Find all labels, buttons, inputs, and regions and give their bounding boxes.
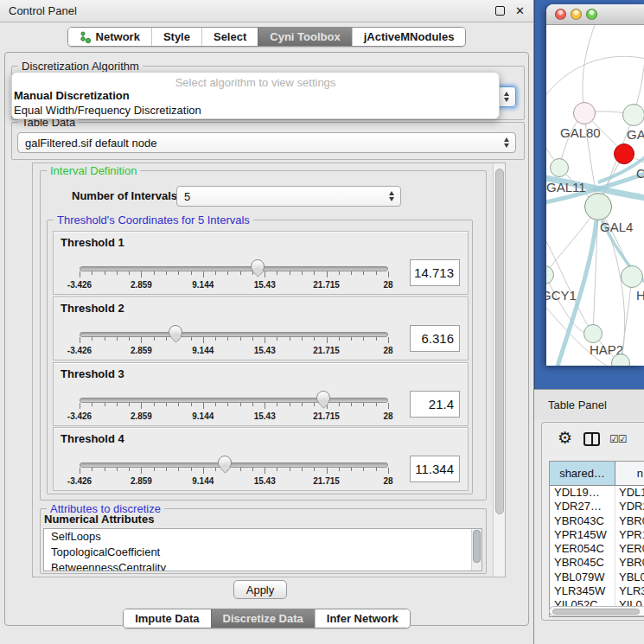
- scrollbar-thumb[interactable]: [495, 169, 504, 514]
- tick-mark: [178, 271, 179, 275]
- tick-mark: [154, 468, 155, 471]
- tick-mark: [339, 403, 340, 406]
- cell-name: YER0: [615, 542, 644, 556]
- tab-select[interactable]: Select: [201, 28, 258, 46]
- threshold-value-field[interactable]: 11.344: [410, 456, 460, 482]
- network-node-c[interactable]: [614, 143, 634, 164]
- table-row[interactable]: YER054CYER0: [550, 542, 644, 556]
- algorithm-prompt: Select algorithm to view settings: [12, 76, 499, 89]
- tick-mark: [314, 271, 315, 275]
- tab-impute-data[interactable]: Impute Data: [124, 609, 210, 628]
- table-row[interactable]: YBR045CYBR0: [550, 556, 644, 570]
- interval-definition-label: Interval Definition: [47, 164, 140, 177]
- cell-shared-name: YBL079W: [550, 571, 615, 584]
- network-node-gal4[interactable]: [584, 193, 612, 220]
- numerical-attributes-list[interactable]: SelfLoopsTopologicalCoefficientBetweenne…: [43, 528, 482, 571]
- apply-button[interactable]: Apply: [233, 580, 287, 599]
- tick-mark: [388, 271, 389, 277]
- split-columns-icon[interactable]: [583, 432, 600, 446]
- network-node-gal80[interactable]: [573, 102, 596, 124]
- threshold-label: Threshold 3: [61, 367, 124, 380]
- cyni-mode-tabs: Impute DataDiscretize DataInfer Network: [123, 609, 411, 628]
- table-row[interactable]: YDR27…YDR2: [550, 500, 644, 513]
- slider-track[interactable]: [80, 462, 388, 468]
- slider-track[interactable]: [80, 266, 388, 271]
- tick-mark: [339, 271, 340, 275]
- network-node-hap2[interactable]: [583, 324, 603, 343]
- table-row[interactable]: YBR043CYBR0: [550, 514, 644, 528]
- network-node-gal11[interactable]: [550, 158, 569, 177]
- tick-mark: [351, 271, 352, 275]
- top-tab-strip: NetworkStyleSelectCyni ToolboxjActiveMNo…: [0, 27, 533, 47]
- network-node-ga[interactable]: [622, 104, 644, 126]
- settings-scrollbar[interactable]: [493, 163, 505, 577]
- gear-icon[interactable]: ⚙: [558, 430, 572, 446]
- algorithm-option-manual-discretization[interactable]: Manual Discretization: [14, 89, 130, 102]
- cell-shared-name: YBR043C: [550, 514, 615, 528]
- slider-thumb[interactable]: [169, 325, 182, 338]
- tick-mark: [105, 468, 105, 471]
- network-canvas[interactable]: GAL80GACGAL11GAL4GCY1HHAP2: [546, 25, 644, 366]
- attributes-scrollbar[interactable]: [471, 529, 481, 571]
- float-window-icon[interactable]: [495, 6, 505, 16]
- attributes-group: Attributes to discretize Numerical Attri…: [40, 508, 487, 574]
- tick-mark: [339, 337, 340, 341]
- table-data-select[interactable]: galFiltered.sif default node: [17, 132, 516, 153]
- close-button[interactable]: [555, 9, 566, 20]
- table-row[interactable]: YBL079WYBL0: [550, 571, 644, 584]
- zoom-button[interactable]: [586, 9, 597, 20]
- tab-style[interactable]: Style: [151, 28, 201, 46]
- axis-tick-label: 15.43: [254, 346, 276, 355]
- close-icon[interactable]: ✕: [515, 5, 525, 16]
- tick-mark: [388, 337, 389, 343]
- tab-network[interactable]: Network: [68, 28, 151, 46]
- number-of-intervals-select[interactable]: 5: [176, 186, 401, 207]
- tab-discretize-data[interactable]: Discretize Data: [211, 609, 315, 628]
- algorithm-dropdown-popup: Select algorithm to view settings Manual…: [11, 72, 500, 119]
- column-header-name[interactable]: n: [615, 462, 644, 485]
- slider-thumb[interactable]: [316, 391, 330, 404]
- attribute-item[interactable]: BetweennessCentrality: [44, 560, 481, 571]
- threshold-value-field[interactable]: 21.4: [410, 391, 460, 418]
- attribute-item[interactable]: SelfLoops: [44, 529, 481, 545]
- attribute-item[interactable]: TopologicalCoefficient: [44, 545, 481, 560]
- tab-label: Impute Data: [135, 612, 199, 625]
- tick-mark: [215, 271, 216, 275]
- scrollbar-thumb[interactable]: [552, 609, 640, 615]
- tab-cyni-toolbox[interactable]: Cyni Toolbox: [258, 28, 351, 46]
- network-node-h[interactable]: [621, 265, 643, 288]
- tick-mark: [327, 337, 328, 343]
- slider-track[interactable]: [80, 398, 388, 403]
- slider-track[interactable]: [80, 332, 388, 337]
- node-label: GAL4: [600, 220, 633, 234]
- cell-shared-name: YER054C: [550, 542, 615, 556]
- axis-tick-label: 15.43: [254, 411, 276, 421]
- table-row[interactable]: YPR145WYPR1: [550, 528, 644, 542]
- tick-mark: [129, 271, 130, 275]
- algorithm-option-equal-width-frequency-discretization[interactable]: Equal Width/Frequency Discretization: [14, 104, 201, 117]
- tab-infer-network[interactable]: Infer Network: [315, 609, 410, 628]
- slider-thumb[interactable]: [251, 259, 265, 272]
- tick-mark: [154, 403, 155, 406]
- bottom-tab-strip: Impute DataDiscretize DataInfer Network: [0, 609, 533, 628]
- tab-jactivemnodules[interactable]: jActiveMNodules: [352, 28, 466, 46]
- cell-shared-name: YDL19…: [550, 486, 615, 500]
- threshold-value-field[interactable]: 6.316: [410, 325, 460, 352]
- select-columns-icon[interactable]: ☑☑: [609, 433, 627, 445]
- cell-shared-name: YDR27…: [550, 500, 615, 513]
- table-horizontal-scrollbar[interactable]: [549, 606, 644, 616]
- table-row[interactable]: YLR345WYLR3: [550, 584, 644, 598]
- tick-mark: [92, 271, 92, 275]
- slider-thumb[interactable]: [218, 456, 232, 469]
- threshold-value-field[interactable]: 14.713: [410, 259, 460, 286]
- tick-mark: [203, 468, 204, 474]
- axis-tick-label: 9.144: [192, 411, 214, 421]
- column-header-shared-name[interactable]: shared…: [550, 462, 615, 485]
- scrollbar-thumb[interactable]: [473, 530, 481, 563]
- minimize-button[interactable]: [571, 9, 582, 20]
- tick-mark: [178, 403, 179, 406]
- node-label: C: [636, 166, 644, 181]
- table-row[interactable]: YDL19…YDL1: [550, 486, 644, 500]
- tick-mark: [240, 337, 241, 341]
- node-label: H: [636, 288, 644, 303]
